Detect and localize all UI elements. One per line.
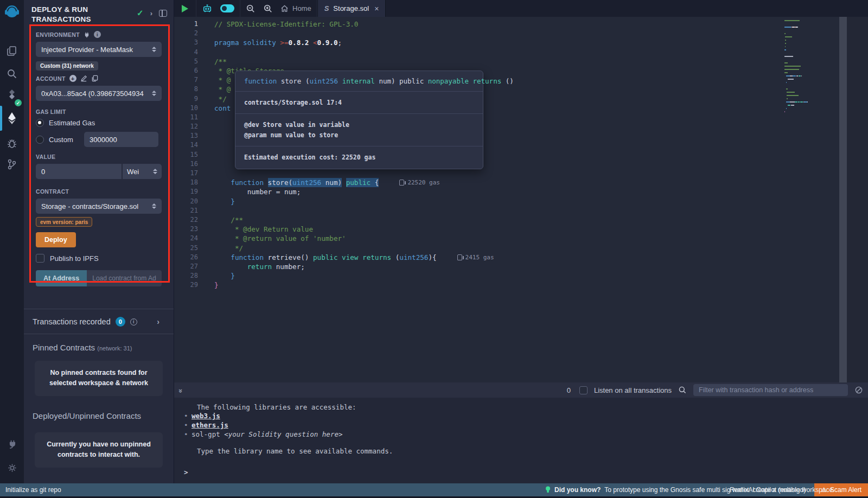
contract-label: CONTRACT xyxy=(36,188,69,195)
editor-minimap[interactable] xyxy=(784,19,839,113)
terminal-output[interactable]: The following libraries are accessible: … xyxy=(174,398,868,483)
code-line xyxy=(214,48,494,57)
scam-alert-label: Scam Alert xyxy=(830,486,861,494)
ai-copilot-robot-icon[interactable] xyxy=(202,4,213,14)
terminal-prompt[interactable]: > xyxy=(184,468,868,476)
deploy-run-icon[interactable] xyxy=(0,108,24,128)
environment-info-icon[interactable]: i xyxy=(94,31,101,38)
transaction-filter-input[interactable] xyxy=(693,384,848,396)
environment-value: Injected Provider - MetaMask xyxy=(41,46,133,54)
environment-select[interactable]: Injected Provider - MetaMask xyxy=(36,42,162,57)
add-account-icon[interactable]: + xyxy=(69,75,76,82)
git-icon[interactable] xyxy=(0,155,24,174)
terminal-search-icon xyxy=(678,386,687,394)
editor-scrollbar[interactable] xyxy=(839,17,847,382)
gas-estimate-annotation: 22520 gas xyxy=(399,178,440,187)
terminal-intro-line: The following libraries are accessible: xyxy=(184,403,868,411)
select-caret-icon xyxy=(153,169,157,174)
code-line: function retrieve() public view returns … xyxy=(214,253,494,262)
contract-select[interactable]: Storage - contracts/Storage.sol xyxy=(36,199,162,214)
remix-logo-icon[interactable] xyxy=(0,3,24,23)
pin-panel-icon[interactable] xyxy=(159,10,167,17)
close-tab-icon[interactable]: × xyxy=(374,4,379,13)
at-address-input[interactable] xyxy=(87,270,162,286)
settings-gear-icon[interactable] xyxy=(0,458,24,477)
pinned-contracts-label: Pinned Contracts xyxy=(33,343,95,352)
transactions-expand-icon[interactable]: › xyxy=(157,317,159,326)
code-line: return number; xyxy=(214,262,494,271)
edit-account-icon[interactable] xyxy=(80,75,87,82)
zoom-out-icon[interactable] xyxy=(246,4,256,14)
zoom-in-icon[interactable] xyxy=(263,4,273,14)
plugin-manager-icon[interactable] xyxy=(0,434,24,454)
line-number: 23 xyxy=(174,225,198,234)
file-explorer-icon[interactable] xyxy=(0,41,24,61)
line-number: 17 xyxy=(174,169,198,178)
terminal-collapse-icon[interactable]: » xyxy=(177,388,185,391)
line-number: 20 xyxy=(174,197,198,206)
listen-all-transactions-label: Listen on all transactions xyxy=(594,386,672,394)
panel-forward-icon[interactable]: › xyxy=(150,9,152,17)
custom-gas-input[interactable] xyxy=(84,132,158,147)
line-numbers-gutter: 1234567891011121314151617181920212223242… xyxy=(174,20,206,290)
deployed-empty-message: Currently you have no unpinned contracts… xyxy=(35,432,163,468)
clear-console-icon[interactable] xyxy=(854,386,863,394)
code-line: function store(uint256 num) public {2252… xyxy=(214,178,494,187)
library-link[interactable]: ethers.js xyxy=(192,421,228,429)
select-caret-icon xyxy=(152,203,156,209)
copy-account-icon[interactable] xyxy=(91,75,98,82)
code-line xyxy=(214,206,494,215)
line-number: 29 xyxy=(174,280,198,290)
value-input[interactable] xyxy=(36,164,122,179)
panel-check-icon: ✓ xyxy=(137,8,144,18)
editor-tabbar: Home S Storage.sol × xyxy=(174,0,868,17)
line-number: 22 xyxy=(174,215,198,225)
line-number: 21 xyxy=(174,206,198,215)
solidity-compiler-icon[interactable]: ✓ xyxy=(0,86,24,105)
deploy-button[interactable]: Deploy xyxy=(36,232,76,247)
panel-title: DEPLOY & RUN TRANSACTIONS xyxy=(31,5,118,24)
code-editor[interactable]: 1234567891011121314151617181920212223242… xyxy=(174,17,868,382)
pinned-network-label: (network: 31) xyxy=(97,345,132,352)
terminal-library-list: web3.jsethers.jssol-gpt <your Solidity q… xyxy=(184,412,868,439)
line-number: 25 xyxy=(174,244,198,253)
estimated-gas-radio[interactable] xyxy=(36,119,44,127)
account-select[interactable]: 0xA03...85ac4 (0.398673504934 xyxy=(36,86,162,101)
deployed-contracts-title: Deployed/Unpinned Contracts xyxy=(24,396,174,420)
icon-sidebar: ✓ xyxy=(0,0,24,483)
home-tab[interactable]: Home xyxy=(280,4,311,12)
publish-ipfs-checkbox[interactable] xyxy=(36,254,44,263)
custom-gas-radio[interactable] xyxy=(36,136,44,144)
listen-all-transactions-checkbox[interactable] xyxy=(579,386,588,394)
terminal-list-item[interactable]: ethers.js xyxy=(184,421,868,430)
tab-storage-sol[interactable]: S Storage.sol × xyxy=(317,0,386,17)
run-script-icon[interactable] xyxy=(182,5,188,12)
line-number: 5 xyxy=(174,57,198,66)
git-init-status[interactable]: Initialize as git repo xyxy=(5,486,61,494)
at-address-button[interactable]: At Address xyxy=(36,270,87,286)
code-line: /** xyxy=(214,215,494,225)
code-line xyxy=(214,169,494,178)
debugger-icon[interactable] xyxy=(0,133,24,153)
plug-icon[interactable] xyxy=(84,31,90,38)
line-number: 24 xyxy=(174,234,198,243)
terminal-list-item[interactable]: web3.js xyxy=(184,412,868,421)
gas-limit-label: GAS LIMIT xyxy=(36,108,66,115)
line-number: 9 xyxy=(174,94,198,104)
line-number: 16 xyxy=(174,159,198,169)
active-plugin-indicator xyxy=(0,106,2,131)
library-link[interactable]: web3.js xyxy=(192,412,220,420)
tooltip-file-path: contracts/Storage.sol 17:4 xyxy=(235,92,483,114)
line-number: 10 xyxy=(174,104,198,113)
copilot-toggle[interactable] xyxy=(220,4,234,12)
tab-label: Storage.sol xyxy=(333,4,369,12)
transactions-info-icon[interactable]: i xyxy=(130,318,137,325)
search-icon[interactable] xyxy=(0,64,24,84)
estimated-gas-label: Estimated Gas xyxy=(49,119,95,127)
tooltip-gas-estimate: Estimated execution cost: 22520 gas xyxy=(235,146,483,168)
pinned-empty-message: No pinned contracts found for selected w… xyxy=(35,361,163,396)
value-unit-select[interactable]: Wei xyxy=(123,164,162,179)
environment-label: ENVIRONMENT xyxy=(36,31,80,38)
tooltip-function-signature: function store (uint256 internal num) pu… xyxy=(235,71,483,92)
code-line: number = num; xyxy=(214,187,494,196)
